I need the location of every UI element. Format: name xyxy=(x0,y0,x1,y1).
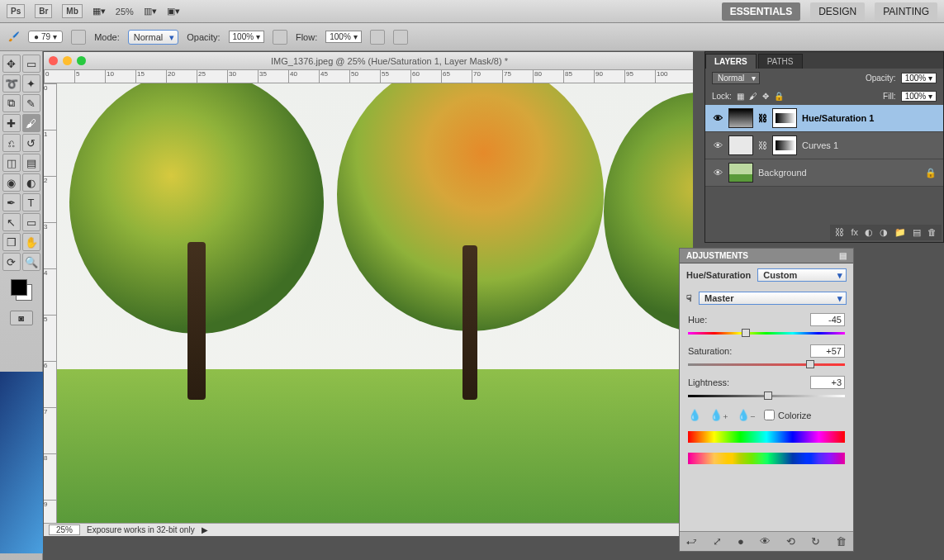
healing-tool[interactable]: ✚ xyxy=(2,114,21,132)
color-swatches[interactable] xyxy=(9,278,34,302)
status-zoom[interactable]: 25% xyxy=(49,524,80,535)
flow-input[interactable]: 100% ▾ xyxy=(325,31,361,43)
hue-range-strip[interactable] xyxy=(688,431,845,443)
history-brush-tool[interactable]: ↺ xyxy=(22,134,40,152)
tab-paths[interactable]: PATHS xyxy=(758,54,803,69)
visibility-icon[interactable]: 👁 xyxy=(712,113,723,123)
layer-row[interactable]: 👁 Background 🔒 xyxy=(705,159,943,187)
hue-range-strip-shifted[interactable] xyxy=(688,453,845,464)
eyedropper-tool[interactable]: ✎ xyxy=(22,94,40,112)
layer-thumb[interactable] xyxy=(728,135,753,155)
quickselect-tool[interactable]: ✦ xyxy=(22,74,40,93)
brush-tool-icon[interactable]: 🖌️ xyxy=(8,31,20,42)
back-icon[interactable]: ⮐ xyxy=(686,535,697,548)
colorize-checkbox[interactable]: Colorize xyxy=(764,410,811,420)
document-titlebar[interactable]: IMG_1376.jpeg @ 25% (Hue/Saturation 1, L… xyxy=(44,52,693,70)
link-icon[interactable]: ⛓ xyxy=(758,113,767,123)
hue-input[interactable]: -45 xyxy=(810,313,845,326)
workspace-essentials[interactable]: ESSENTIALS xyxy=(722,2,800,21)
new-layer-icon[interactable]: ▤ xyxy=(913,227,921,238)
status-arrow-icon[interactable]: ▶ xyxy=(202,525,208,534)
eyedropper-plus-icon[interactable]: 💧₊ xyxy=(709,409,728,421)
scrubby-icon[interactable]: ☟ xyxy=(686,293,692,304)
saturation-input[interactable]: +57 xyxy=(810,344,845,358)
blur-tool[interactable]: ◉ xyxy=(2,173,21,192)
eyedropper-icon[interactable]: 💧 xyxy=(688,409,701,421)
layer-row[interactable]: 👁 ⛓ Hue/Saturation 1 xyxy=(705,105,943,132)
dodge-tool[interactable]: ◐ xyxy=(22,173,40,192)
lock-all-icon[interactable]: 🔒 xyxy=(774,92,784,101)
eraser-tool[interactable]: ◫ xyxy=(2,154,21,172)
visibility-icon[interactable]: 👁 xyxy=(712,140,723,150)
canvas[interactable] xyxy=(57,83,693,523)
mask-thumb[interactable] xyxy=(772,108,797,128)
zoom-level[interactable]: 25% xyxy=(116,7,134,17)
view-extras-icon[interactable]: ▦▾ xyxy=(93,6,106,17)
layer-name[interactable]: Hue/Saturation 1 xyxy=(802,113,874,123)
layer-name[interactable]: Background xyxy=(758,168,807,178)
layer-opacity-input[interactable]: 100% ▾ xyxy=(901,73,937,83)
toggle-visibility-icon[interactable]: 👁 xyxy=(760,535,771,548)
foreground-swatch[interactable] xyxy=(11,279,27,296)
expand-icon[interactable]: ⤢ xyxy=(713,535,722,548)
marquee-tool[interactable]: ▭ xyxy=(22,55,40,73)
fx-icon[interactable]: fx xyxy=(851,227,858,238)
lightness-input[interactable]: +3 xyxy=(810,376,845,389)
3d-tool[interactable]: ❒ xyxy=(2,233,21,251)
visibility-icon[interactable]: 👁 xyxy=(712,168,723,178)
zoom-window-icon[interactable] xyxy=(77,56,86,65)
channel-select[interactable]: Master xyxy=(699,292,847,305)
clip-icon[interactable]: ● xyxy=(738,535,744,548)
brush-preset[interactable]: ● 79 ▾ xyxy=(28,31,63,43)
workspace-painting[interactable]: PAINTING xyxy=(875,2,937,21)
path-tool[interactable]: ↖ xyxy=(2,213,21,231)
delete-layer-icon[interactable]: 🗑 xyxy=(927,227,937,238)
link-icon[interactable]: ⛓ xyxy=(758,140,767,150)
ruler-horizontal[interactable]: 0510152025303540455055606570758085909510… xyxy=(44,70,693,83)
tab-layers[interactable]: LAYERS xyxy=(705,54,757,69)
panel-menu-icon[interactable]: ▤ xyxy=(839,251,847,260)
fill-input[interactable]: 100% ▾ xyxy=(901,91,937,102)
mask-icon[interactable]: ◐ xyxy=(865,227,873,238)
saturation-slider[interactable] xyxy=(688,359,845,369)
rotate-tool[interactable]: ⟳ xyxy=(2,253,21,271)
blend-mode-select[interactable]: Normal xyxy=(128,30,178,45)
hand-tool[interactable]: ✋ xyxy=(22,233,40,251)
layer-row[interactable]: 👁 ⛓ Curves 1 xyxy=(705,132,943,159)
screenmode-icon[interactable]: ▣▾ xyxy=(167,6,180,17)
crop-tool[interactable]: ⧉ xyxy=(2,94,21,112)
group-icon[interactable]: 📁 xyxy=(894,227,906,238)
status-info[interactable]: Exposure works in 32-bit only xyxy=(87,525,195,534)
gradient-tool[interactable]: ▤ xyxy=(22,154,40,172)
ruler-vertical[interactable]: 0123456789 xyxy=(44,83,57,523)
link-layers-icon[interactable]: ⛓ xyxy=(835,227,844,238)
minibridge-icon[interactable]: Mb xyxy=(62,4,82,18)
zoom-tool[interactable]: 🔍 xyxy=(22,253,40,271)
lock-transparent-icon[interactable]: ▦ xyxy=(737,92,744,101)
type-tool[interactable]: T xyxy=(22,193,40,211)
lightness-slider[interactable] xyxy=(688,391,845,401)
airbrush-icon[interactable] xyxy=(370,30,385,45)
shape-tool[interactable]: ▭ xyxy=(22,213,40,231)
pen-tool[interactable]: ✒ xyxy=(2,193,21,211)
brush-tool[interactable]: 🖌 xyxy=(22,114,40,132)
close-window-icon[interactable] xyxy=(49,56,58,65)
layer-thumb[interactable] xyxy=(728,108,753,128)
opacity-pressure-icon[interactable] xyxy=(273,30,287,45)
lock-position-icon[interactable]: ✥ xyxy=(762,92,769,101)
hue-slider[interactable] xyxy=(688,328,845,338)
adjustment-icon[interactable]: ◑ xyxy=(880,227,888,238)
brush-panel-icon[interactable] xyxy=(71,30,86,45)
minimize-window-icon[interactable] xyxy=(63,56,72,65)
layer-name[interactable]: Curves 1 xyxy=(802,140,838,150)
move-tool[interactable]: ✥ xyxy=(2,55,21,73)
opacity-input[interactable]: 100% ▾ xyxy=(229,31,264,43)
layer-blendmode-select[interactable]: Normal xyxy=(712,72,760,84)
stamp-tool[interactable]: ⎌ xyxy=(2,134,21,152)
tablet-pressure-icon[interactable] xyxy=(393,30,408,45)
lasso-tool[interactable]: ➰ xyxy=(2,74,21,93)
adjustments-tab[interactable]: ADJUSTMENTS xyxy=(686,251,748,260)
previous-state-icon[interactable]: ⟲ xyxy=(786,535,795,548)
quickmask-toggle[interactable]: ◙ xyxy=(10,311,33,325)
arrange-icon[interactable]: ▥▾ xyxy=(144,6,157,17)
